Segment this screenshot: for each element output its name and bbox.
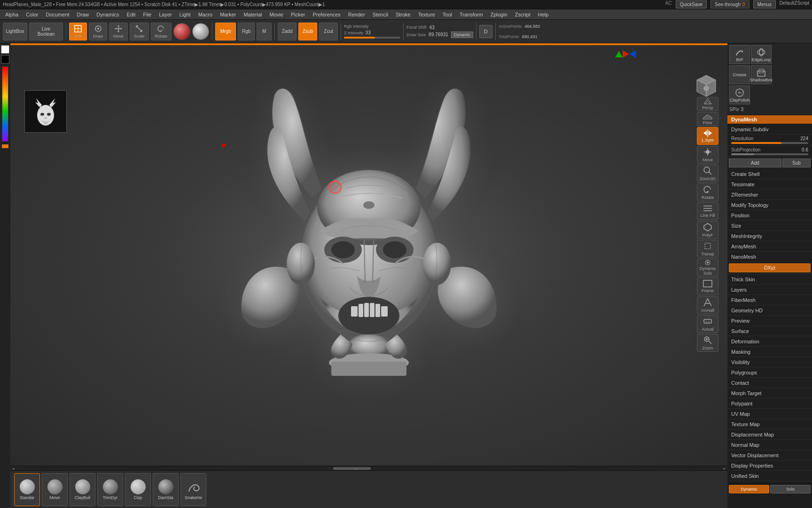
menu-tool[interactable]: Tool — [439, 11, 455, 18]
masking-btn[interactable]: Masking — [727, 347, 812, 357]
menu-color[interactable]: Color — [23, 11, 41, 18]
vp-tool-persp[interactable]: Persp — [697, 97, 718, 111]
menu-help[interactable]: Help — [535, 11, 552, 18]
lightbox-button[interactable]: LightBox — [3, 23, 27, 40]
zremesher-btn[interactable]: ZRemesher — [727, 190, 812, 200]
menu-material[interactable]: Material — [240, 11, 265, 18]
menu-edit[interactable]: Edit — [124, 11, 139, 18]
edgeloop-btn[interactable]: EdgeLoop — [751, 45, 772, 64]
resolution-slider[interactable] — [731, 142, 808, 144]
texture-map-btn[interactable]: Texture Map — [727, 419, 812, 429]
mesh-integrity-btn[interactable]: MeshIntegrity — [727, 231, 812, 241]
solo-btn-rp[interactable]: Solo — [770, 485, 811, 493]
viewport[interactable] — [10, 43, 727, 470]
menu-dynamics[interactable]: Dynamics — [93, 11, 122, 18]
menu-texture[interactable]: Texture — [415, 11, 438, 18]
see-through-button[interactable]: See-through 0 — [710, 0, 750, 8]
rotate-button[interactable]: Rotate — [151, 23, 172, 40]
vp-tool-zoom3d[interactable]: Zoom3D — [697, 165, 718, 183]
menu-zscript[interactable]: Zscript — [512, 11, 534, 18]
vp-tool-frame[interactable]: Frame — [697, 278, 718, 295]
vp-tool-polyf[interactable]: PolyF — [697, 221, 718, 239]
vp-tool-actual[interactable]: 1:1 Actual — [697, 315, 718, 333]
m-button[interactable]: M — [257, 23, 272, 40]
menu-light[interactable]: Light — [176, 11, 194, 18]
size-btn[interactable]: Size — [727, 221, 812, 231]
nano-mesh-btn[interactable]: NanoMesh — [727, 252, 812, 262]
brush-move[interactable]: Move — [42, 473, 68, 506]
vp-tool-floor[interactable]: Floor — [697, 112, 718, 126]
brush-trimdyr[interactable]: TrimDyr — [97, 473, 123, 506]
vp-tool-linefill[interactable]: Line Fill — [697, 202, 718, 220]
brush-claybuild[interactable]: ClayBuil — [70, 473, 95, 506]
scroll-up-arrow[interactable]: ▲ — [354, 467, 358, 470]
array-mesh-btn[interactable]: ArrayMesh — [727, 241, 812, 252]
brush-damsta[interactable]: DamSta — [153, 473, 179, 506]
crease-btn[interactable]: Crease — [729, 65, 750, 84]
dynamic-btn-rp[interactable]: Dynamic — [729, 485, 769, 493]
zadd-button[interactable]: Zadd — [278, 23, 297, 40]
vp-tool-transp[interactable]: Transp — [697, 240, 718, 258]
green-arrow[interactable] — [615, 51, 623, 57]
sub-button[interactable]: Sub — [782, 159, 811, 167]
zsub-button[interactable]: Zsub — [298, 23, 317, 40]
tessimate-btn[interactable]: Tessimate — [727, 179, 812, 190]
menu-macro[interactable]: Macro — [195, 11, 216, 18]
menu-render[interactable]: Render — [345, 11, 368, 18]
layers-btn[interactable]: Layers — [727, 285, 812, 295]
geometry-hd-btn[interactable]: Geometry HD — [727, 305, 812, 316]
visibility-btn[interactable]: Visibility — [727, 357, 812, 367]
polypaint-btn[interactable]: Polypaint — [727, 398, 812, 409]
menu-transform[interactable]: Transform — [456, 11, 486, 18]
bottom-scrollbar[interactable]: ◄ ► ▲ — [10, 466, 727, 470]
color-swatch-2[interactable] — [1, 55, 9, 64]
shadowbox-btn[interactable]: ShadowBox — [751, 65, 772, 84]
dynamesh-header[interactable]: DynaMesh — [727, 115, 812, 124]
gradient-strip[interactable] — [2, 66, 8, 142]
menu-stencil[interactable]: Stencil — [369, 11, 391, 18]
material-sphere-2[interactable] — [192, 23, 209, 40]
morph-target-btn[interactable]: Morph Target — [727, 388, 812, 398]
z-intensity-slider[interactable] — [344, 37, 400, 39]
menu-marker[interactable]: Marker — [217, 11, 239, 18]
surface-btn[interactable]: Surface — [727, 326, 812, 336]
edit-button[interactable]: Edit — [69, 23, 87, 40]
vector-displacement-btn[interactable]: Vector Displacement — [727, 450, 812, 460]
vp-tool-dynsolo[interactable]: DynamicSolo — [697, 259, 718, 277]
subprojection-slider[interactable] — [731, 153, 808, 155]
menu-stroke[interactable]: Stroke — [392, 11, 414, 18]
uv-map-btn[interactable]: UV Map — [727, 409, 812, 419]
normal-map-btn[interactable]: Normal Map — [727, 440, 812, 450]
scroll-left-arrow[interactable]: ◄ — [11, 467, 15, 470]
menu-preferences[interactable]: Preferences — [309, 11, 344, 18]
vp-tool-aahalf[interactable]: AAHalf — [697, 296, 718, 314]
claypolish-btn[interactable]: ClayPolish — [729, 86, 750, 104]
preview-btn[interactable]: Preview — [727, 316, 812, 326]
menu-layer[interactable]: Layer — [156, 11, 175, 18]
menu-alpha[interactable]: Alpha — [2, 11, 22, 18]
scroll-right-arrow[interactable]: ► — [723, 467, 726, 470]
d-button[interactable]: D — [479, 25, 492, 38]
menu-file[interactable]: File — [140, 11, 155, 18]
nav-cube[interactable] — [692, 71, 720, 99]
contact-btn[interactable]: Contact — [727, 378, 812, 388]
material-sphere-1[interactable] — [173, 23, 190, 40]
menu-draw[interactable]: Draw — [74, 11, 93, 18]
position-btn[interactable]: Position — [727, 210, 812, 221]
dynamic-subdiv-btn[interactable]: Dynamic Subdiv — [727, 124, 812, 135]
brush-standard[interactable]: Standar — [14, 473, 40, 506]
fiber-mesh-btn[interactable]: FiberMesh — [727, 295, 812, 305]
zcut-button[interactable]: Zcut — [319, 23, 338, 40]
mrgb-button[interactable]: Mrgb — [215, 23, 236, 40]
display-properties-btn[interactable]: Display Properties — [727, 460, 812, 471]
menu-picker[interactable]: Picker — [288, 11, 309, 18]
deformation-btn[interactable]: Deformation — [727, 336, 812, 347]
create-shell-btn[interactable]: Create Shell — [727, 169, 812, 179]
red-arrow[interactable] — [623, 50, 629, 58]
color-swatch-1[interactable] — [1, 45, 9, 54]
scroll-thumb[interactable] — [333, 467, 371, 470]
move-button[interactable]: Move — [109, 23, 128, 40]
menu-document[interactable]: Document — [42, 11, 72, 18]
vp-tool-lsym[interactable]: L.Sym — [697, 127, 718, 145]
quicksave-button[interactable]: QuickSave — [676, 0, 707, 8]
